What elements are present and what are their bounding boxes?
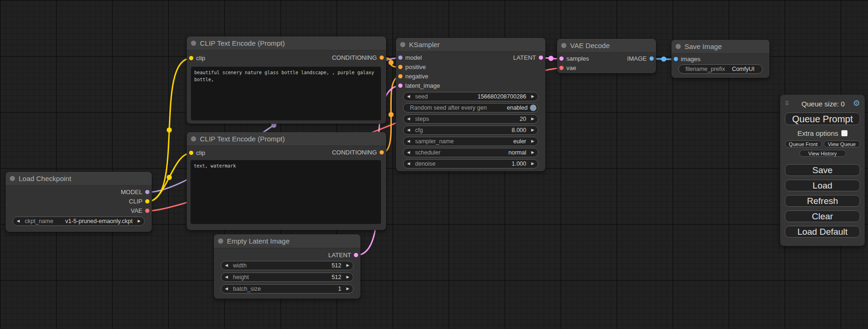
- input-port-negative[interactable]: [398, 74, 402, 78]
- decrement-arrow-icon[interactable]: ◀: [407, 148, 410, 157]
- input-port-positive[interactable]: [398, 65, 402, 69]
- increment-arrow-icon[interactable]: ▶: [531, 137, 534, 146]
- settings-gear-icon[interactable]: ⚙: [853, 99, 860, 108]
- decrement-arrow-icon[interactable]: ◀: [407, 160, 410, 168]
- increment-arrow-icon[interactable]: ▶: [346, 261, 349, 270]
- widget-filename_prefix[interactable]: filename_prefixComfyUI: [678, 64, 762, 74]
- prompt-textarea[interactable]: text, watermark: [191, 160, 381, 224]
- queue-buttons-row: Queue Front View Queue: [785, 140, 860, 147]
- prompt-textarea[interactable]: beautiful scenery nature glass bottle la…: [191, 67, 381, 120]
- input-port-vae[interactable]: [559, 66, 564, 70]
- node-canvas[interactable]: Load CheckpointMODELCLIPVAE◀ckpt_namev1-…: [0, 0, 868, 329]
- save-button[interactable]: Save: [785, 164, 860, 176]
- widget-label: Random seed after every gen: [410, 104, 487, 112]
- node-clip-text-encode-positive[interactable]: CLIP Text Encode (Prompt)clipCONDITIONIN…: [187, 36, 386, 124]
- extra-options-checkbox[interactable]: [841, 130, 847, 136]
- output-slot-MODEL: MODEL: [6, 188, 152, 197]
- toggle-knob[interactable]: [530, 105, 536, 111]
- decrement-arrow-icon[interactable]: ◀: [407, 126, 410, 134]
- output-port-CONDITIONING[interactable]: [380, 150, 384, 154]
- widget-sampler_name[interactable]: ◀sampler_nameeuler▶: [403, 137, 538, 146]
- view-queue-button[interactable]: View Queue: [824, 140, 861, 147]
- load-button[interactable]: Load: [785, 180, 860, 191]
- widget-denoise[interactable]: ◀denoise1.000▶: [403, 159, 538, 168]
- increment-arrow-icon[interactable]: ▶: [531, 115, 534, 123]
- collapse-dot-icon[interactable]: [218, 238, 223, 244]
- increment-arrow-icon[interactable]: ▶: [531, 160, 534, 168]
- output-port-CONDITIONING[interactable]: [380, 56, 384, 60]
- widget-batch_size[interactable]: ◀batch_size1▶: [221, 284, 353, 294]
- node-title-bar[interactable]: Load Checkpoint: [6, 172, 152, 186]
- node-title-bar[interactable]: KSampler: [396, 38, 545, 52]
- decrement-arrow-icon[interactable]: ◀: [225, 273, 228, 281]
- queue-panel-header: ⠿ Queue size: 0 ⚙: [785, 99, 860, 108]
- collapse-dot-icon[interactable]: [191, 41, 196, 46]
- view-history-button[interactable]: View History: [799, 150, 846, 157]
- widget-steps[interactable]: ◀steps20▶: [403, 114, 538, 124]
- widget-random-seed-after-every-gen[interactable]: Random seed after every genenabled: [403, 103, 538, 112]
- increment-arrow-icon[interactable]: ▶: [138, 217, 141, 225]
- load-default-button[interactable]: Load Default: [785, 226, 860, 238]
- increment-arrow-icon[interactable]: ▶: [346, 285, 349, 293]
- widget-label: scheduler: [415, 148, 440, 157]
- widget-seed[interactable]: ◀seed156680208700286▶: [403, 92, 538, 101]
- increment-arrow-icon[interactable]: ▶: [531, 126, 534, 134]
- widget-scheduler[interactable]: ◀schedulernormal▶: [403, 148, 538, 157]
- widget-height[interactable]: ◀height512▶: [221, 273, 353, 282]
- wire-midpoint-dot-image-to-save: [661, 56, 666, 62]
- increment-arrow-icon[interactable]: ▶: [346, 273, 349, 281]
- drag-handle-icon[interactable]: ⠿: [785, 100, 793, 107]
- input-label-images: images: [681, 55, 700, 64]
- output-port-LATENT[interactable]: [539, 56, 543, 60]
- output-port-IMAGE[interactable]: [649, 56, 654, 61]
- input-port-images[interactable]: [674, 57, 678, 61]
- queue-front-button[interactable]: Queue Front: [785, 140, 822, 147]
- node-title-bar[interactable]: Empty Latent Image: [214, 234, 360, 248]
- widget-value: 8.000: [512, 126, 526, 134]
- collapse-dot-icon[interactable]: [561, 43, 566, 48]
- output-port-MODEL[interactable]: [145, 190, 149, 194]
- collapse-dot-icon[interactable]: [10, 176, 15, 181]
- decrement-arrow-icon[interactable]: ◀: [225, 285, 228, 293]
- widget-label: cfg: [415, 126, 423, 134]
- increment-arrow-icon[interactable]: ▶: [531, 92, 534, 101]
- input-port-latent_image[interactable]: [398, 84, 402, 88]
- decrement-arrow-icon[interactable]: ◀: [407, 137, 410, 146]
- widget-width[interactable]: ◀width512▶: [221, 261, 353, 270]
- node-vae-decode[interactable]: VAE DecodesamplesvaeIMAGE: [557, 39, 656, 73]
- collapse-dot-icon[interactable]: [191, 136, 196, 141]
- collapse-dot-icon[interactable]: [400, 42, 405, 47]
- widget-cfg[interactable]: ◀cfg8.000▶: [403, 126, 538, 135]
- decrement-arrow-icon[interactable]: ◀: [407, 92, 410, 101]
- clear-button[interactable]: Clear: [785, 210, 860, 222]
- extra-options-row: Extra options: [785, 129, 860, 137]
- output-label-LATENT: LATENT: [328, 251, 351, 260]
- widget-value: 1.000: [512, 160, 526, 168]
- queue-prompt-button[interactable]: Queue Prompt: [785, 112, 860, 125]
- wire-midpoint-dot-cond-negative: [388, 112, 394, 117]
- node-save-image[interactable]: Save Imageimagesfilename_prefixComfyUI: [671, 40, 769, 78]
- decrement-arrow-icon[interactable]: ◀: [407, 115, 410, 123]
- node-title-bar[interactable]: CLIP Text Encode (Prompt): [187, 132, 386, 146]
- input-slot-negative: negative: [396, 72, 545, 81]
- output-port-CLIP[interactable]: [145, 199, 149, 203]
- refresh-button[interactable]: Refresh: [785, 195, 860, 207]
- node-title-bar[interactable]: Save Image: [671, 40, 769, 54]
- decrement-arrow-icon[interactable]: ◀: [225, 261, 228, 270]
- input-slot-vae: vae: [557, 63, 656, 73]
- output-port-VAE[interactable]: [145, 209, 149, 213]
- output-port-LATENT[interactable]: [354, 253, 358, 257]
- node-title-bar[interactable]: CLIP Text Encode (Prompt): [187, 36, 386, 50]
- node-clip-text-encode-negative[interactable]: CLIP Text Encode (Prompt)clipCONDITIONIN…: [187, 132, 386, 230]
- collapse-dot-icon[interactable]: [676, 44, 681, 49]
- widget-value: 512: [332, 261, 341, 270]
- input-label-negative: negative: [405, 72, 428, 81]
- increment-arrow-icon[interactable]: ▶: [531, 148, 534, 157]
- decrement-arrow-icon[interactable]: ◀: [17, 217, 20, 225]
- node-ksampler[interactable]: KSamplermodelpositivenegativelatent_imag…: [396, 38, 545, 171]
- node-title-bar[interactable]: VAE Decode: [557, 39, 656, 53]
- node-empty-latent-image[interactable]: Empty Latent ImageLATENT◀width512▶◀heigh…: [214, 234, 360, 299]
- output-label-CONDITIONING: CONDITIONING: [332, 53, 377, 63]
- node-load-checkpoint[interactable]: Load CheckpointMODELCLIPVAE◀ckpt_namev1-…: [6, 172, 152, 232]
- widget-ckpt_name[interactable]: ◀ckpt_namev1-5-pruned-emaonly.ckpt▶: [13, 217, 145, 226]
